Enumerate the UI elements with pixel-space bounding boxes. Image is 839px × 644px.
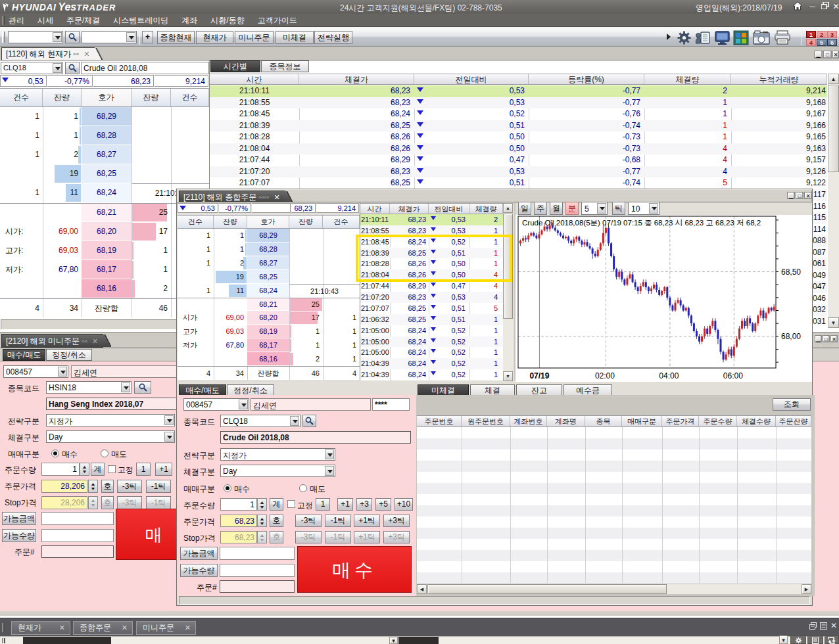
taskbar-tab-close-icon[interactable]: ✕ bbox=[185, 622, 191, 634]
qty-input[interactable]: 1 bbox=[41, 463, 80, 476]
qty-input[interactable]: 1 bbox=[220, 498, 257, 511]
price-tick-button--3틱[interactable]: -3틱 bbox=[295, 515, 322, 527]
account-select[interactable]: 008457 bbox=[183, 398, 249, 411]
scrollbar-left-icon[interactable]: ◀ bbox=[417, 584, 427, 594]
sales-row[interactable]: 21:05:0068,240,521 bbox=[360, 347, 503, 358]
window-2110-minimize-button[interactable]: ▁ bbox=[787, 192, 795, 199]
code-search-button[interactable] bbox=[134, 381, 151, 394]
price-chart[interactable]: 68,5068,00Crude Oil 2018,08(5분) 07/19 07… bbox=[515, 215, 812, 382]
toolbar-button-0[interactable]: 종합현재 bbox=[157, 31, 195, 44]
window-1120-tab[interactable]: [1120] 해외 현재가 ⚯ ✕ bbox=[1, 47, 95, 60]
link-icon[interactable]: ⚯ bbox=[73, 51, 78, 58]
sales-row[interactable]: 21:10:1168,230,53-0,7729,214 bbox=[210, 85, 827, 97]
sales-row[interactable]: 21:04:3968,240,521 bbox=[360, 369, 503, 380]
sales-row[interactable]: 21:08:4568,240,52-0,7619,167 bbox=[210, 108, 827, 120]
taskbar-tab-1[interactable]: 종합주문✕ bbox=[73, 621, 133, 635]
tab-close-icon[interactable]: ✕ bbox=[92, 337, 98, 345]
ladder-row[interactable]: 68,2519 bbox=[0, 164, 209, 183]
scrollbar-up-icon[interactable]: ▲ bbox=[503, 203, 513, 213]
status-log-icon[interactable] bbox=[807, 635, 823, 644]
price-tick-button-+3틱[interactable]: +3틱 bbox=[383, 515, 410, 527]
taskbar-grip[interactable] bbox=[2, 623, 5, 632]
ladder-row[interactable]: 68,2811 bbox=[0, 126, 209, 145]
ladder-row[interactable]: 68,2811 bbox=[178, 242, 360, 256]
fill-select[interactable]: Day bbox=[220, 465, 335, 477]
screen-button-3[interactable]: 3 bbox=[827, 31, 837, 38]
sales-row[interactable]: 21:08:0468,260,50-0,7349,163 bbox=[210, 143, 827, 154]
price-tick-button--3틱[interactable]: -3틱 bbox=[117, 480, 142, 493]
buy-radio[interactable] bbox=[51, 449, 59, 457]
fill-select[interactable]: Day bbox=[46, 430, 175, 443]
sales-row[interactable]: 21:05:0068,240,521 bbox=[360, 325, 503, 336]
sales-row[interactable]: 21:04:3968,240,521 bbox=[360, 358, 503, 369]
mdi-close-button[interactable]: ✕ bbox=[832, 51, 839, 58]
status-dropdown-2-icon[interactable]: ▼ bbox=[779, 635, 788, 644]
qty-spinner[interactable]: ▲▼ bbox=[80, 463, 89, 476]
code-select[interactable]: HSIN18 bbox=[46, 381, 132, 394]
sales-row[interactable]: 21:07:0768,250,515 bbox=[360, 303, 503, 314]
sales-row[interactable]: 21:07:2068,230,534 bbox=[360, 292, 503, 303]
menu-4[interactable]: 계좌 bbox=[175, 14, 204, 27]
qty-add-button-1[interactable]: 1 bbox=[136, 463, 151, 476]
qty-calc-button[interactable]: 계 bbox=[270, 498, 283, 511]
chart-period-분[interactable]: 분 bbox=[565, 202, 579, 215]
window-2110-maximize-button[interactable]: □ bbox=[796, 192, 803, 199]
symbol-combo-1[interactable] bbox=[8, 31, 63, 43]
sales-row[interactable]: 21:10:1168,230,532 bbox=[360, 214, 503, 225]
price-input[interactable]: 28,206 bbox=[41, 480, 87, 493]
avail-amount-button[interactable]: 가능금액 bbox=[2, 512, 36, 525]
scrollbar-down-icon[interactable]: ▼ bbox=[828, 317, 839, 328]
query-button[interactable]: 조회 bbox=[773, 398, 811, 411]
price-ho-button[interactable]: 호 bbox=[101, 480, 114, 493]
price-spinner[interactable]: ▲▼ bbox=[88, 480, 98, 493]
ladder-row[interactable]: 68,2911 bbox=[0, 107, 209, 126]
status-dropdown-icon[interactable]: ▼ bbox=[389, 637, 398, 644]
scrollbar-thumb[interactable] bbox=[427, 584, 667, 594]
scrollbar-thumb[interactable] bbox=[828, 85, 839, 172]
toolbar-button-3[interactable]: 미체결 bbox=[276, 31, 314, 44]
sales-row[interactable]: 21:08:5568,230,53-0,7719,168 bbox=[210, 97, 827, 108]
taskbar-close-icon[interactable]: ✕ bbox=[830, 621, 837, 630]
taskbar-tab-0[interactable]: 현재가✕ bbox=[11, 621, 70, 635]
sales-row[interactable]: 21:06:3268,250,511 bbox=[360, 314, 503, 325]
qty-add-button-+1[interactable]: +1 bbox=[337, 498, 353, 511]
window-restore-icon[interactable] bbox=[820, 2, 830, 12]
price-tick-button--1틱[interactable]: -1틱 bbox=[146, 480, 171, 493]
window-2120-minimize-button[interactable]: ▁ bbox=[815, 335, 822, 342]
chart-period-월[interactable]: 월 bbox=[550, 202, 563, 215]
settings-gear-icon[interactable] bbox=[677, 30, 692, 47]
symbol-search-button[interactable] bbox=[65, 31, 80, 43]
tab-buy-sell[interactable]: 매수/매도 bbox=[3, 349, 45, 361]
qty-calc-button[interactable]: 계 bbox=[91, 463, 105, 476]
menu-0[interactable]: 관리 bbox=[2, 14, 31, 27]
home-icon[interactable] bbox=[792, 2, 802, 12]
combo-dropdown-icon[interactable] bbox=[53, 63, 62, 73]
sell-radio[interactable] bbox=[299, 484, 307, 492]
price-spinner[interactable]: ▲▼ bbox=[257, 515, 267, 527]
tab-symbol-info[interactable]: 종목정보 bbox=[261, 60, 309, 72]
link-icon[interactable]: ⚯ bbox=[82, 338, 86, 345]
taskbar-restore-icon[interactable] bbox=[809, 622, 817, 631]
toolbar-button-2[interactable]: 미니주문 bbox=[235, 31, 274, 44]
avail-qty-button[interactable]: 가능수량 bbox=[2, 529, 36, 542]
price-tick-button-+1틱[interactable]: +1틱 bbox=[354, 515, 380, 527]
taskbar-tab-close-icon[interactable]: ✕ bbox=[122, 622, 128, 634]
sales-row[interactable]: 21:05:0068,240,521 bbox=[360, 336, 503, 347]
chart-tick-combo[interactable]: 10 bbox=[628, 202, 659, 215]
price-input[interactable]: 68,23 bbox=[220, 515, 257, 527]
ladder-row[interactable]: 68,1621 bbox=[178, 352, 360, 366]
ladder-row[interactable]: 68,2519 bbox=[178, 270, 360, 284]
window-2120-maximize-button[interactable]: □ bbox=[823, 335, 830, 342]
screen-button-1[interactable]: 1 bbox=[806, 31, 816, 38]
status-field-2[interactable] bbox=[398, 637, 439, 644]
orders-scrollbar[interactable]: ◀▶ bbox=[417, 584, 811, 594]
tab-modify-cancel[interactable]: 정정/취소 bbox=[46, 349, 92, 361]
avail-qty-button[interactable]: 가능수량 bbox=[180, 564, 218, 577]
window-2120-tab[interactable]: [2120] 해외 미니주문 ⚯ ✕ bbox=[1, 334, 103, 348]
window-2110-tab[interactable]: [2110] 해외 종합주문 ⚯⚯ ✕ bbox=[179, 191, 285, 202]
screen-button-4[interactable]: 4 bbox=[806, 39, 816, 46]
ladder-row[interactable]: 68,2721 bbox=[0, 145, 209, 164]
ladder-row[interactable]: 68,2125 bbox=[178, 298, 360, 311]
window-close-icon[interactable]: ✕ bbox=[831, 2, 839, 12]
screen-button-6[interactable]: 6 bbox=[827, 39, 837, 46]
